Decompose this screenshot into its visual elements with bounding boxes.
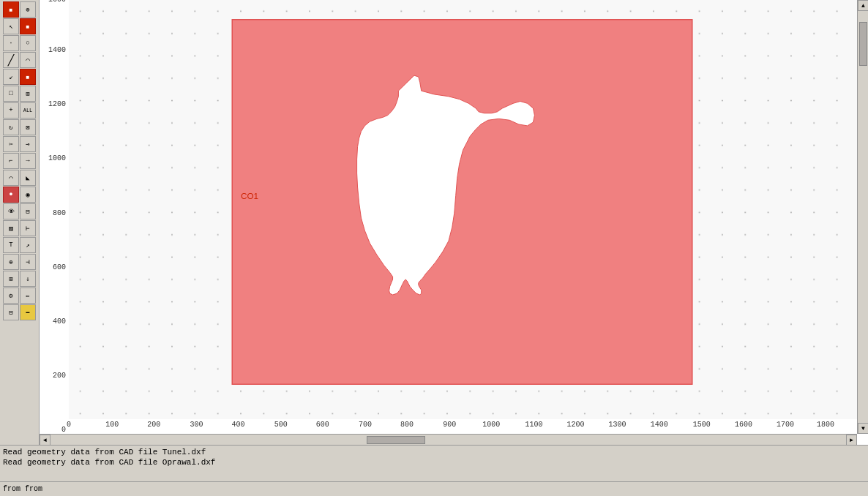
bottom-text: from from (3, 485, 42, 493)
tool-eye[interactable]: 👁 (3, 203, 19, 219)
tool-ellipse[interactable]: ◉ (20, 187, 36, 203)
tool-move-cross[interactable]: + (3, 102, 19, 119)
y-axis: 0 200 400 600 800 1000 1200 1400 1600 (40, 0, 69, 434)
x-label-1400: 1400 (651, 421, 668, 429)
y-label-600: 600 (53, 263, 66, 271)
tool-circle[interactable]: ● (3, 187, 19, 203)
tool-layer[interactable]: ⊟ (20, 203, 36, 219)
x-label-1500: 1500 (693, 421, 711, 429)
tool-line[interactable]: ╱ (3, 52, 19, 68)
x-label-1000: 1000 (482, 421, 500, 429)
y-label-0: 0 (61, 426, 66, 434)
tool-pen[interactable]: ✏ (20, 288, 36, 304)
tool-select[interactable]: ↖ (3, 18, 19, 34)
tool-leader[interactable]: ↗ (20, 237, 36, 253)
tool-polyline[interactable]: ⌒ (20, 52, 36, 68)
co1-text: CO1 (241, 191, 258, 200)
tool-extend[interactable]: → (20, 153, 36, 169)
tool-ribbon[interactable]: ⊟ (3, 304, 19, 320)
tool-node[interactable]: ○ (20, 35, 36, 51)
tool-scale2[interactable]: ⊠ (20, 119, 36, 135)
x-label-300: 300 (190, 421, 203, 429)
tool-snap[interactable]: · (3, 35, 19, 51)
h-scroll-thumb[interactable] (367, 436, 425, 444)
status-line-1: Read geometry data from CAD file Tunel.d… (3, 447, 865, 457)
tool-rotate[interactable]: ↻ (3, 119, 19, 135)
x-label-700: 700 (359, 421, 372, 429)
tool-measure[interactable]: ⊸ (20, 136, 36, 152)
tool-zoom-in[interactable]: ⊕ (20, 1, 36, 18)
status-bar: Read geometry data from CAD file Tunel.d… (0, 445, 868, 481)
y-label-800: 800 (53, 208, 66, 217)
tool-fillet[interactable]: ⌒ (3, 170, 19, 186)
tool-array[interactable]: ⊞ (3, 271, 19, 287)
tool-settings[interactable]: ⚙ (3, 288, 19, 304)
main-svg: CO1 (69, 0, 857, 419)
x-label-1800: 1800 (817, 421, 834, 429)
x-label-0: 0 (67, 421, 71, 429)
status-line-2: Read geometry data from CAD file Oprawal… (3, 457, 865, 467)
tool-mirror2[interactable]: ⊣ (20, 254, 36, 270)
canvas-container: CO1 0 200 400 600 800 1000 1200 1400 (40, 0, 868, 445)
x-label-1200: 1200 (566, 421, 584, 429)
x-label-1100: 1100 (525, 421, 542, 429)
x-label-800: 800 (400, 421, 414, 429)
bottom-strip: from from (0, 481, 868, 496)
tool-red3[interactable]: ■ (20, 69, 36, 85)
x-label-1700: 1700 (777, 421, 794, 429)
y-label-1200: 1200 (48, 100, 66, 108)
tool-tape[interactable]: ━ (20, 304, 36, 320)
y-label-400: 400 (53, 317, 66, 325)
tool-grid2[interactable]: ⊞ (20, 86, 36, 102)
left-toolbar: ■ ⊕ ↖ ■ · ○ ╱ ⌒ ↙ ■ □ (0, 0, 40, 445)
y-label-1600: 1600 (48, 0, 66, 4)
x-label-1600: 1600 (735, 421, 752, 429)
x-label-900: 900 (443, 421, 456, 429)
tool-hatch[interactable]: ▨ (3, 220, 19, 236)
x-label-1300: 1300 (609, 421, 626, 429)
h-scroll-right[interactable]: ► (846, 435, 857, 445)
x-label-100: 100 (105, 421, 119, 429)
tool-chamfer[interactable]: ◣ (20, 170, 36, 186)
tool-copy2[interactable]: ⊕ (3, 254, 19, 270)
x-label-600: 600 (316, 421, 329, 429)
tool-all[interactable]: ALL (20, 102, 36, 119)
tool-dim[interactable]: ⊢ (20, 220, 36, 236)
x-axis: 0 100 200 300 400 500 600 700 800 900 10… (69, 419, 857, 434)
tool-red2[interactable]: ■ (20, 18, 36, 34)
tool-trim[interactable]: ✂ (3, 136, 19, 152)
main-area: ■ ⊕ ↖ ■ · ○ ╱ ⌒ ↙ ■ □ (0, 0, 868, 445)
h-scrollbar[interactable]: ◄ ► (40, 434, 857, 445)
tool-insert[interactable]: ⇓ (20, 271, 36, 287)
y-label-1000: 1000 (48, 154, 66, 162)
y-label-200: 200 (53, 371, 66, 379)
tool-text[interactable]: T (3, 237, 19, 253)
svg-rect-3 (232, 20, 692, 385)
v-scroll-up[interactable]: ▲ (858, 0, 868, 11)
v-scroll-thumb[interactable] (859, 22, 867, 66)
drawing-area[interactable]: CO1 (69, 0, 857, 419)
h-scroll-left[interactable]: ◄ (40, 435, 50, 445)
v-scroll-down[interactable]: ▼ (858, 423, 868, 434)
x-label-500: 500 (274, 421, 288, 429)
v-scrollbar[interactable]: ▲ ▼ (857, 0, 868, 434)
x-label-200: 200 (147, 421, 160, 429)
tool-red-top[interactable]: ■ (3, 1, 19, 18)
tool-rect[interactable]: □ (3, 86, 19, 102)
tool-arc[interactable]: ↙ (3, 69, 19, 85)
x-label-400: 400 (232, 421, 245, 429)
tool-offset[interactable]: ⌐ (3, 153, 19, 169)
app-container: ■ ⊕ ↖ ■ · ○ ╱ ⌒ ↙ ■ □ (0, 0, 868, 496)
y-label-1400: 1400 (48, 46, 66, 54)
